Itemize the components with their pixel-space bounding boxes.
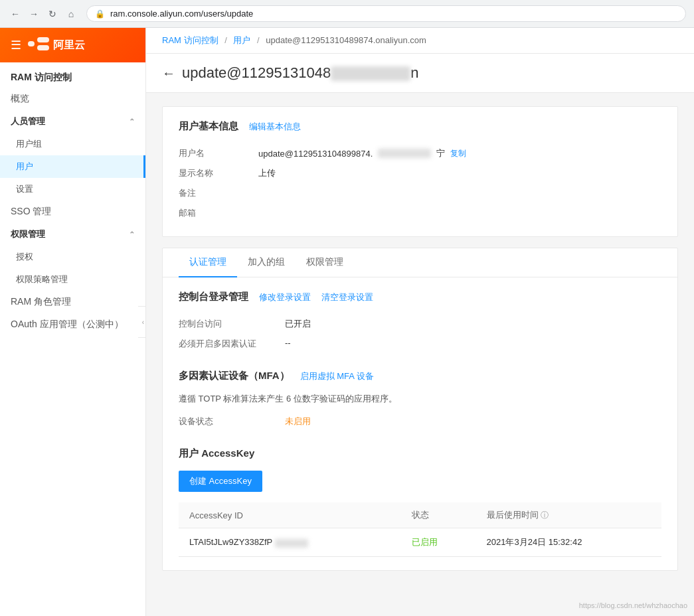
- sidebar-item-authorize-label: 授权: [16, 251, 33, 263]
- sidebar-item-overview[interactable]: 概览: [0, 88, 145, 110]
- user-basic-info-card: 用户基本信息 编辑基本信息 用户名 update@112951310489987…: [162, 106, 678, 237]
- sidebar-collapse-btn[interactable]: ‹: [138, 306, 146, 338]
- mfa-required-value: --: [285, 338, 291, 350]
- ak-status-cell: 已启用: [401, 528, 476, 557]
- sidebar-item-oauth-app-label: OAuth 应用管理（公测中）: [11, 319, 124, 331]
- ak-id-cell: LTAI5tJLw9ZY338ZfP: [179, 528, 401, 557]
- console-login-title-row: 控制台登录管理 修改登录设置 清空登录设置: [179, 291, 661, 303]
- accesskey-title: 用户 AccessKey: [179, 447, 254, 460]
- page-header: ← update@11295131048n: [146, 54, 694, 93]
- breadcrumb-ram-link[interactable]: RAM 访问控制: [162, 35, 218, 45]
- sidebar-item-settings-label: 设置: [16, 183, 33, 195]
- accesskey-table: AccessKey ID 状态 最后使用时间 ⓘ: [179, 502, 661, 557]
- browser-chrome: ← → ↻ ⌂ 🔒 ram.console.aliyun.com/users/u…: [0, 0, 694, 28]
- ak-id-blur: [275, 539, 308, 548]
- app-layout: ☰ 阿里云 RAM 访问控制 概览 人员管理 ⌃ 用户: [0, 28, 694, 616]
- username-blur: [378, 149, 431, 158]
- info-row-username: 用户名 update@1129513104899874. 宁 复制: [179, 143, 661, 163]
- sidebar-item-permission-mgmt-label: 权限管理: [11, 228, 45, 240]
- logo-icon: [28, 37, 49, 54]
- tabs-container: 认证管理 加入的组 权限管理 控制台登录管理 修改登录设置 清空登录设置 控制台…: [162, 248, 678, 571]
- info-row-note: 备注: [179, 183, 661, 203]
- sidebar-item-people-mgmt[interactable]: 人员管理 ⌃: [0, 110, 145, 133]
- back-button[interactable]: ←: [8, 7, 23, 21]
- console-access-row: 控制台访问 已开启: [179, 314, 661, 334]
- content-area: 用户基本信息 编辑基本信息 用户名 update@112951310489987…: [146, 93, 694, 595]
- breadcrumb-sep-2: /: [257, 35, 260, 45]
- username-text: update@1129513104899874.: [258, 149, 373, 159]
- display-name-label: 显示名称: [179, 167, 258, 179]
- watermark: https://blog.csdn.net/whzhaochao: [579, 601, 687, 609]
- note-label: 备注: [179, 187, 258, 199]
- sidebar-item-authorize[interactable]: 授权: [0, 246, 145, 268]
- ak-col-last-used: 最后使用时间 ⓘ: [476, 502, 661, 528]
- browser-nav-buttons: ← → ↻ ⌂: [8, 7, 78, 21]
- sidebar-item-user-groups[interactable]: 用户组: [0, 133, 145, 155]
- page-title-prefix: update@11295131048: [182, 64, 331, 81]
- username-label: 用户名: [179, 147, 258, 159]
- tab-permission-mgmt[interactable]: 权限管理: [296, 248, 354, 277]
- breadcrumb-sep-1: /: [224, 35, 227, 45]
- breadcrumb-users-link[interactable]: 用户: [233, 35, 250, 45]
- username-value: update@1129513104899874. 宁 复制: [258, 147, 661, 159]
- info-row-display-name: 显示名称 上传: [179, 163, 661, 183]
- page-title: update@11295131048n: [182, 64, 418, 82]
- user-basic-info-title-row: 用户基本信息 编辑基本信息: [179, 120, 661, 133]
- chevron-up-icon: ⌃: [129, 117, 135, 126]
- tab-auth-mgmt[interactable]: 认证管理: [179, 248, 237, 277]
- sidebar-main-title: RAM 访问控制: [0, 62, 145, 88]
- home-button[interactable]: ⌂: [64, 7, 78, 21]
- console-login-title: 控制台登录管理: [179, 291, 248, 303]
- user-basic-info-table: 用户名 update@1129513104899874. 宁 复制 显示名称 上…: [179, 143, 661, 223]
- back-arrow-icon[interactable]: ←: [162, 66, 175, 81]
- logo-text: 阿里云: [53, 38, 85, 52]
- reload-button[interactable]: ↻: [45, 7, 60, 21]
- copy-username-link[interactable]: 复制: [450, 148, 466, 159]
- sidebar-item-oauth-app[interactable]: OAuth 应用管理（公测中）: [0, 313, 145, 336]
- mfa-description: 遵循 TOTP 标准算法来产生 6 位数字验证码的应用程序。: [179, 393, 661, 405]
- breadcrumb-current: update@112951310489874.onaliyun.com: [266, 35, 426, 45]
- create-accesskey-button[interactable]: 创建 AccessKey: [179, 471, 262, 492]
- sidebar-item-permission-policy[interactable]: 权限策略管理: [0, 268, 145, 291]
- sidebar-item-users[interactable]: 用户: [0, 155, 145, 178]
- sidebar-header: ☰ 阿里云: [0, 28, 145, 62]
- enable-mfa-link[interactable]: 启用虚拟 MFA 设备: [300, 370, 374, 382]
- logo-area: 阿里云: [28, 37, 85, 54]
- info-row-email: 邮箱: [179, 203, 661, 223]
- sidebar-item-users-label: 用户: [16, 161, 33, 173]
- sidebar-item-ram-role[interactable]: RAM 角色管理: [0, 291, 145, 313]
- device-status-label: 设备状态: [179, 416, 285, 427]
- ak-col-id: AccessKey ID: [179, 502, 401, 528]
- sidebar-item-user-groups-label: 用户组: [16, 138, 42, 150]
- ak-last-used-cell: 2021年3月24日 15:32:42: [476, 528, 661, 557]
- forward-button[interactable]: →: [27, 7, 41, 21]
- page-title-suffix: n: [410, 64, 418, 81]
- ak-table-header-row: AccessKey ID 状态 最后使用时间 ⓘ: [179, 502, 661, 528]
- main-content: RAM 访问控制 / 用户 / update@112951310489874.o…: [146, 28, 694, 616]
- sidebar-item-sso-label: SSO 管理: [11, 206, 51, 218]
- tabs-header: 认证管理 加入的组 权限管理: [163, 248, 677, 277]
- display-name-value: 上传: [258, 167, 661, 179]
- page-title-blur: [331, 66, 410, 81]
- ak-col-status: 状态: [401, 502, 476, 528]
- sidebar-item-settings[interactable]: 设置: [0, 178, 145, 200]
- email-label: 邮箱: [179, 207, 258, 219]
- console-access-value: 已开启: [285, 318, 311, 330]
- user-basic-info-title: 用户基本信息: [179, 120, 238, 133]
- tab-joined-groups[interactable]: 加入的组: [237, 248, 296, 277]
- sidebar-item-permission-mgmt[interactable]: 权限管理 ⌃: [0, 223, 145, 246]
- console-access-label: 控制台访问: [179, 318, 285, 330]
- mfa-title: 多因素认证设备（MFA）: [179, 370, 290, 382]
- mfa-required-label: 必须开启多因素认证: [179, 338, 285, 350]
- lock-icon: 🔒: [95, 9, 105, 19]
- hamburger-icon[interactable]: ☰: [11, 38, 21, 52]
- edit-basic-info-link[interactable]: 编辑基本信息: [249, 121, 301, 133]
- breadcrumb: RAM 访问控制 / 用户 / update@112951310489874.o…: [146, 28, 694, 54]
- sidebar-item-sso[interactable]: SSO 管理: [0, 200, 145, 223]
- svg-rect-2: [37, 45, 49, 50]
- modify-login-link[interactable]: 修改登录设置: [259, 291, 311, 303]
- address-bar[interactable]: 🔒 ram.console.aliyun.com/users/update: [86, 5, 686, 22]
- help-icon[interactable]: ⓘ: [541, 510, 549, 520]
- tab-content: 控制台登录管理 修改登录设置 清空登录设置 控制台访问 已开启 必须开启多因素认…: [163, 277, 677, 570]
- clear-login-link[interactable]: 清空登录设置: [321, 291, 373, 303]
